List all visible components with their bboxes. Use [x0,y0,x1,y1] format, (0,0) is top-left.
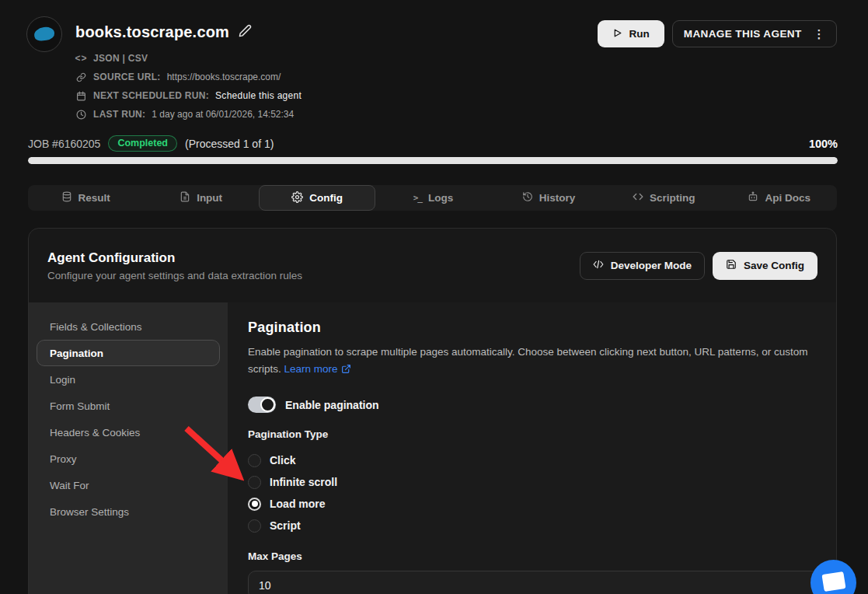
pagination-description: Enable pagination to scrape multiple pag… [248,344,819,379]
tab-history[interactable]: History [491,185,606,211]
radio-click[interactable] [248,454,261,467]
manage-agent-label: MANAGE THIS AGENT [684,28,802,40]
code-icon [633,191,643,204]
tab-history-label: History [539,192,576,204]
pagination-pane: Pagination Enable pagination to scrape m… [228,302,837,594]
last-run-row: LAST RUN: 1 day ago at 06/01/2026, 14:52… [75,105,302,124]
agent-page: books.toscrape.com <> JSON | CSV SOURCE … [0,0,868,594]
chat-widget-button[interactable] [810,560,856,594]
tab-api-docs[interactable]: Api Docs [722,185,837,211]
toggle-knob [260,397,275,412]
sidebar-item-wait-for[interactable]: Wait For [37,472,220,498]
formats-value: JSON | CSV [93,53,148,64]
enable-pagination-toggle[interactable] [248,397,276,413]
radio-load-more-label: Load more [270,498,326,510]
tab-config[interactable]: Config [259,185,375,211]
code-brackets-icon: <> [75,53,87,64]
enable-pagination-row: Enable pagination [248,397,819,413]
save-icon [726,259,737,272]
edit-title-icon[interactable] [239,24,252,40]
progress-percent: 100% [809,138,838,150]
processed-count: (Processed 1 of 1) [185,138,274,150]
calendar-icon [75,91,87,101]
main-tabbar: Result Input Config >_ Logs History [28,185,837,211]
agent-meta: <> JSON | CSV SOURCE URL: https://books.… [75,49,302,124]
progress-bar [28,157,838,164]
tab-input[interactable]: Input [143,185,258,211]
tab-logs[interactable]: >_ Logs [375,185,490,211]
robot-icon [748,191,758,204]
pagination-heading: Pagination [248,320,819,336]
radio-script[interactable] [248,519,261,533]
sidebar-item-browser-settings[interactable]: Browser Settings [37,498,220,525]
sidebar-item-headers-cookies[interactable]: Headers & Cookies [37,419,220,446]
progress-fill [28,157,838,164]
run-button-label: Run [629,28,650,40]
developer-mode-button[interactable]: Developer Mode [580,252,705,280]
radio-load-more[interactable] [248,498,261,511]
tab-config-label: Config [309,192,343,204]
sidebar-item-pagination[interactable]: Pagination [37,340,220,366]
radio-infinite-scroll[interactable] [248,476,261,489]
history-icon [522,191,533,204]
play-icon [612,28,622,40]
pagination-type-label: Pagination Type [248,428,819,440]
source-url-row: SOURCE URL: https://books.toscrape.com/ [75,68,302,86]
config-card-header: Agent Configuration Configure your agent… [29,229,836,302]
manage-agent-button[interactable]: MANAGE THIS AGENT ⋮ [672,20,837,47]
radio-option-infinite-scroll[interactable]: Infinite scroll [248,471,819,493]
radio-option-script[interactable]: Script [248,515,819,536]
tab-result-label: Result [78,192,110,204]
terminal-icon: >_ [413,193,422,203]
last-run-label: LAST RUN: [93,109,145,120]
developer-mode-label: Developer Mode [611,260,692,271]
sidebar-item-fields-collections[interactable]: Fields & Collections [37,313,220,340]
clock-icon [75,110,87,120]
learn-more-link[interactable]: Learn more [284,363,338,375]
tab-logs-label: Logs [428,192,453,204]
radio-script-label: Script [270,519,301,532]
save-config-label: Save Config [744,260,804,271]
radio-option-click[interactable]: Click [248,449,819,471]
dev-code-icon [593,260,604,271]
kebab-menu-icon[interactable]: ⋮ [814,27,825,41]
config-sidebar: Fields & Collections Pagination Login Fo… [29,302,228,594]
tab-scripting[interactable]: Scripting [606,185,721,211]
header-actions: Run MANAGE THIS AGENT ⋮ [598,20,837,47]
document-icon [180,191,190,204]
radio-click-label: Click [270,454,295,466]
sidebar-item-login[interactable]: Login [37,366,220,393]
tab-result[interactable]: Result [28,185,143,211]
agent-title: books.toscrape.com [75,23,229,41]
site-favicon-blob [33,26,55,41]
external-link-icon [341,362,351,379]
tab-scripting-label: Scripting [650,192,695,204]
run-button[interactable]: Run [598,20,664,47]
sidebar-item-form-submit[interactable]: Form Submit [37,393,220,419]
gear-icon [291,191,303,205]
chat-icon [821,571,845,591]
job-id: JOB #6160205 [28,138,100,150]
link-icon [75,72,87,82]
radio-option-load-more[interactable]: Load more [248,493,819,515]
schedule-agent-link[interactable]: Schedule this agent [215,90,302,101]
save-config-button[interactable]: Save Config [713,252,817,280]
agent-avatar [26,16,62,52]
max-pages-input[interactable] [248,571,819,594]
next-run-label: NEXT SCHEDULED RUN: [93,90,209,101]
radio-infinite-scroll-label: Infinite scroll [270,476,337,488]
source-url-value[interactable]: https://books.toscrape.com/ [167,72,281,82]
source-url-label: SOURCE URL: [93,72,161,82]
tab-input-label: Input [197,192,222,204]
agent-header: books.toscrape.com <> JSON | CSV SOURCE … [75,23,302,124]
max-pages-label: Max Pages [248,550,819,562]
enable-pagination-label: Enable pagination [285,399,379,411]
config-title: Agent Configuration [47,250,302,266]
pagination-type-options: Click Infinite scroll Load more Script [248,449,819,536]
formats-row: <> JSON | CSV [75,49,302,68]
config-subtitle: Configure your agent settings and data e… [47,270,302,281]
tab-api-docs-label: Api Docs [765,192,810,204]
next-run-row: NEXT SCHEDULED RUN: Schedule this agent [75,86,302,105]
sidebar-item-proxy[interactable]: Proxy [37,446,220,472]
status-badge: Completed [108,135,177,152]
